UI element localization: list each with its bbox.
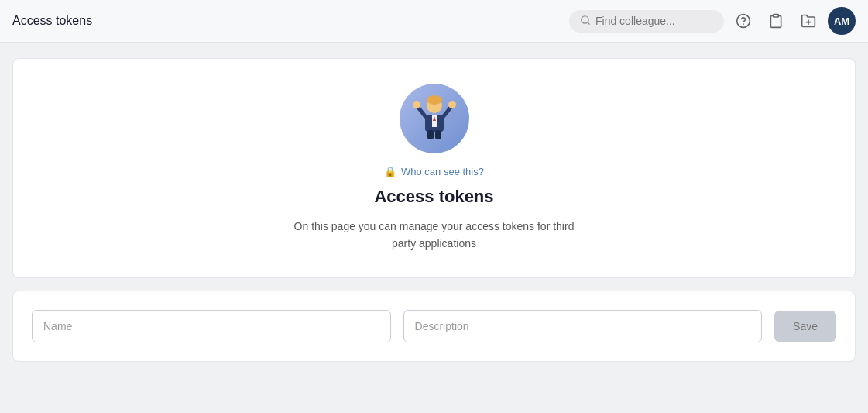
svg-point-8 [427, 95, 442, 105]
description-input[interactable] [403, 310, 763, 342]
clipboard-button[interactable] [763, 8, 789, 34]
card-title: Access tokens [374, 187, 493, 207]
svg-rect-4 [774, 15, 779, 17]
main-content: 🔒 Who can see this? Access tokens On thi… [0, 43, 868, 377]
svg-line-1 [588, 22, 590, 24]
svg-rect-17 [435, 130, 441, 139]
search-input[interactable] [595, 15, 713, 27]
header: Access tokens [0, 0, 868, 43]
folder-button[interactable] [795, 8, 822, 34]
svg-point-13 [413, 101, 420, 108]
help-button[interactable] [730, 8, 756, 34]
search-icon [580, 15, 591, 28]
page-title: Access tokens [12, 14, 92, 28]
lock-icon: 🔒 [384, 166, 396, 177]
user-avatar-button[interactable]: AM [828, 7, 856, 35]
clipboard-icon [768, 13, 784, 29]
card-description: On this page you can manage your access … [287, 218, 582, 253]
header-right: AM [569, 7, 856, 35]
svg-point-15 [448, 101, 456, 108]
header-left: Access tokens [12, 14, 92, 28]
help-icon [736, 13, 751, 29]
folder-icon [801, 13, 816, 29]
form-card: Save [12, 291, 856, 362]
avatar-illustration [400, 84, 469, 153]
avatar-initials: AM [834, 15, 849, 27]
who-can-see[interactable]: 🔒 Who can see this? [384, 166, 484, 177]
search-bar[interactable] [569, 10, 724, 33]
person-illustration [407, 91, 461, 146]
who-can-see-label: Who can see this? [401, 166, 484, 177]
info-card: 🔒 Who can see this? Access tokens On thi… [12, 58, 856, 278]
svg-rect-16 [427, 130, 434, 139]
save-button[interactable]: Save [774, 311, 836, 342]
name-input[interactable] [32, 310, 391, 342]
